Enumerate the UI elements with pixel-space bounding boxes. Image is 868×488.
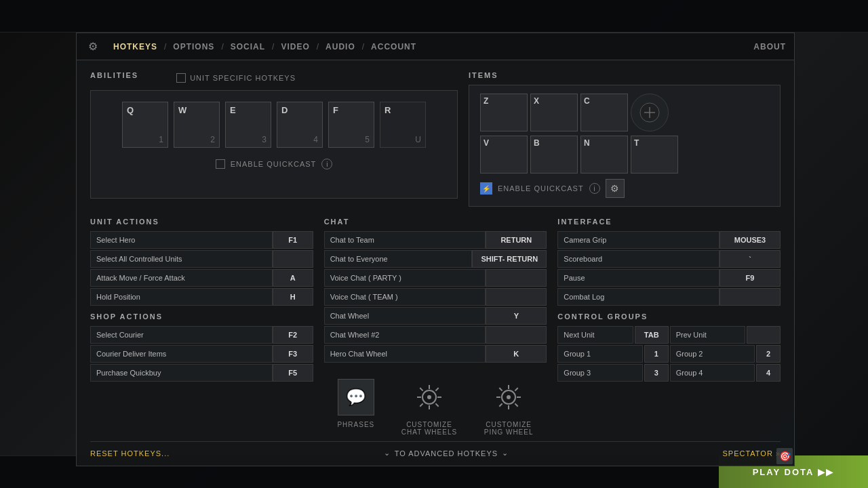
advanced-hotkeys-button[interactable]: ⌄ TO ADVANCED HOTKEYS ⌄ (384, 449, 509, 458)
select-all-key[interactable] (273, 250, 313, 268)
nav-social[interactable]: SOCIAL (224, 42, 272, 52)
group1-key[interactable]: 1 (644, 345, 669, 363)
pause-key[interactable]: F9 (719, 269, 781, 287)
nav-account[interactable]: ACCOUNT (364, 42, 423, 52)
courier-deliver-label: Courier Deliver Items (90, 345, 273, 363)
items-quickcast-row: ⚡ ENABLE QUICKCAST i ⚙ (480, 179, 769, 198)
chat-to-everyone-key[interactable]: SHIFT- RETURN (472, 250, 547, 268)
chevron-down-right-icon: ⌄ (502, 449, 509, 458)
customize-ping-wheel-icon[interactable] (490, 379, 527, 415)
items-box: Z X C V B N (469, 85, 781, 207)
interface-row-combat-log: Combat Log (557, 288, 781, 306)
tab-key[interactable]: TAB (635, 326, 669, 344)
select-hero-key[interactable]: F1 (273, 231, 313, 249)
action-row-purchase-quickbuy: Purchase Quickbuy F5 (90, 364, 313, 382)
reset-hotkeys-button[interactable]: RESET HOTKEYS... (90, 449, 170, 458)
chat-row-chat-wheel-2: Chat Wheel #2 (324, 326, 547, 344)
group2-key[interactable]: 2 (756, 345, 781, 363)
courier-deliver-key[interactable]: F3 (273, 345, 313, 363)
item-slot-z[interactable]: Z (480, 94, 528, 131)
chat-row-hero-chat-wheel: Hero Chat Wheel K (324, 345, 547, 363)
item-slot-circle-1[interactable] (631, 94, 669, 131)
customize-chat-wheels-label: CUSTOMIZECHAT WHEELS (401, 421, 457, 436)
nav-hotkeys[interactable]: HOTKEYS (106, 42, 164, 52)
spectator-label: SPECTATOR (722, 449, 772, 458)
control-row-group-3-4: Group 3 3 Group 4 4 (557, 364, 781, 382)
items-section: ITEMS Z X C V (469, 71, 781, 207)
item-slot-v[interactable]: V (480, 136, 528, 174)
scoreboard-key[interactable]: ` (719, 250, 781, 268)
chevron-down-left-icon: ⌄ (384, 449, 391, 458)
prev-unit-label: Prev Unit (670, 326, 745, 344)
action-row-select-courier: Select Courier F2 (90, 326, 313, 344)
enable-quickcast-checkbox[interactable] (216, 159, 225, 169)
chat-wheel-2-key[interactable] (486, 326, 547, 344)
camera-grip-key[interactable]: MOUSE3 (719, 231, 781, 249)
item-slot-n[interactable]: N (580, 136, 628, 174)
prev-unit-key[interactable] (747, 326, 781, 344)
gear-icon[interactable]: ⚙ (85, 39, 101, 55)
chat-row-to-everyone: Chat to Everyone SHIFT- RETURN (324, 250, 547, 268)
items-quickcast-info[interactable]: i (589, 183, 600, 194)
control-row-group-1-2: Group 1 1 Group 2 2 (557, 345, 781, 363)
combat-log-key[interactable] (719, 288, 781, 306)
top-sections: ABILITIES UNIT SPECIFIC HOTKEYS Q 1 W (90, 71, 781, 207)
unit-specific-hotkeys-checkbox[interactable] (176, 73, 186, 83)
nav-about[interactable]: ABOUT (753, 42, 786, 52)
ability-key-e[interactable]: E 3 (225, 102, 271, 148)
game-topbar (0, 0, 868, 33)
action-row-select-all: Select All Controlled Units (90, 250, 313, 268)
items-settings-button[interactable]: ⚙ (606, 179, 625, 198)
abilities-title: ABILITIES (90, 71, 138, 79)
select-courier-key[interactable]: F2 (273, 326, 313, 344)
voice-party-key[interactable] (486, 269, 547, 287)
items-row-2: V B N T 🎯 (480, 136, 769, 174)
abilities-box: Q 1 W 2 E 3 D 4 (90, 90, 458, 199)
attack-move-key[interactable]: A (273, 269, 313, 287)
chat-row-voice-team: Voice Chat ( TEAM ) (324, 288, 547, 306)
purchase-quickbuy-label: Purchase Quickbuy (90, 364, 273, 382)
item-slot-t[interactable]: T 🎯 (631, 136, 678, 174)
item-slot-b[interactable]: B (530, 136, 578, 174)
voice-team-key[interactable] (486, 288, 547, 306)
bottom-sections: UNIT ACTIONS Select Hero F1 Select All C… (90, 218, 781, 436)
items-title: ITEMS (469, 71, 781, 79)
advanced-hotkeys-label: TO ADVANCED HOTKEYS (395, 449, 498, 458)
hero-chat-wheel-key[interactable]: K (486, 345, 547, 363)
customize-ping-wheel-label: CUSTOMIZEPING WHEEL (484, 421, 534, 436)
group3-key[interactable]: 3 (644, 364, 669, 382)
phrases-icon[interactable]: 💬 (338, 379, 374, 415)
nav-video[interactable]: VIDEO (274, 42, 316, 52)
interface-row-scoreboard: Scoreboard ` (557, 250, 781, 268)
ability-key-d[interactable]: D 4 (277, 102, 323, 148)
chat-section: CHAT Chat to Team RETURN Chat to Everyon… (324, 218, 547, 436)
group3-label: Group 3 (557, 364, 642, 382)
scoreboard-label: Scoreboard (557, 250, 719, 268)
ability-key-r[interactable]: R U (380, 102, 426, 148)
customize-chat-wheels-icon[interactable] (411, 379, 448, 415)
spectator-button[interactable]: SPECTATOR » (722, 449, 781, 458)
ability-key-q[interactable]: Q 1 (122, 102, 168, 148)
interface-section: INTERFACE Camera Grip MOUSE3 Scoreboard … (557, 218, 781, 436)
nav-options[interactable]: OPTIONS (166, 42, 221, 52)
chat-to-everyone-label: Chat to Everyone (324, 250, 473, 268)
items-row-1: Z X C (480, 94, 769, 131)
group4-key[interactable]: 4 (756, 364, 781, 382)
item-slot-x[interactable]: X (530, 94, 578, 131)
item-slot-c[interactable]: C (580, 94, 628, 131)
chat-to-team-key[interactable]: RETURN (486, 231, 547, 249)
group4-label: Group 4 (670, 364, 755, 382)
attack-move-label: Attack Move / Force Attack (90, 269, 273, 287)
interface-row-pause: Pause F9 (557, 269, 781, 287)
unit-actions-title: UNIT ACTIONS (90, 218, 313, 226)
ability-key-w[interactable]: W 2 (174, 102, 220, 148)
ability-key-f[interactable]: F 5 (328, 102, 374, 148)
chat-row-chat-wheel: Chat Wheel Y (324, 307, 547, 325)
play-dota-label: PLAY DOTA (753, 467, 814, 477)
unit-specific-label: UNIT SPECIFIC HOTKEYS (190, 74, 296, 82)
quickcast-info-icon[interactable]: i (321, 159, 332, 169)
hold-position-key[interactable]: H (273, 288, 313, 306)
purchase-quickbuy-key[interactable]: F5 (273, 364, 313, 382)
nav-audio[interactable]: AUDIO (319, 42, 362, 52)
chat-wheel-key[interactable]: Y (486, 307, 547, 325)
